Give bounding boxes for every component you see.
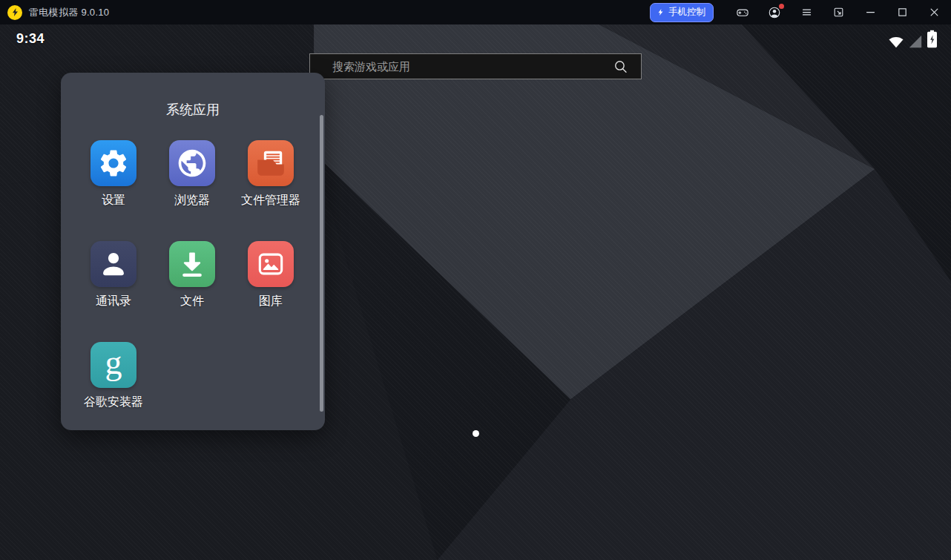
app-browser[interactable]: 浏览器 [153,140,231,241]
page-indicator-dot [473,430,479,437]
app-contacts[interactable]: 通讯录 [74,241,153,342]
app-label: 设置 [102,193,125,208]
window-title: 雷电模拟器 9.0.10 [29,6,109,19]
app-label: 图库 [259,294,283,309]
gallery-photo-icon [248,241,294,287]
phone-control-label: 手机控制 [668,6,705,19]
search-icon[interactable] [613,59,629,75]
app-gallery[interactable]: 图库 [231,241,310,342]
search-bar [309,53,642,79]
browser-globe-icon [169,140,215,186]
search-input[interactable] [310,60,613,73]
settings-gear-icon [91,140,136,186]
folder-scrollbar[interactable] [320,115,323,412]
emulator-window: 雷电模拟器 9.0.10 手机控制 [0,0,951,560]
maximize-icon[interactable] [895,5,909,20]
close-icon[interactable] [927,5,941,20]
account-icon[interactable] [767,5,782,20]
phone-control-button[interactable]: 手机控制 [650,3,714,22]
app-label: 文件管理器 [241,193,300,208]
app-files[interactable]: 文件 [153,241,231,342]
battery-charging-icon [927,30,938,48]
wifi-icon [888,34,904,48]
android-home-screen: 9:34 系统应用 [0,24,951,560]
google-g-icon: g [91,342,136,388]
app-label: 通讯录 [96,294,131,309]
status-clock: 9:34 [16,31,45,47]
titlebar-left: 雷电模拟器 9.0.10 [0,5,109,20]
titlebar-right: 手机控制 [650,3,951,22]
app-label: 浏览器 [174,193,210,208]
app-google-installer[interactable]: g 谷歌安装器 [74,342,153,443]
gamepad-icon[interactable] [735,5,750,20]
contacts-person-icon [91,241,136,287]
resize-icon[interactable] [831,5,846,20]
app-label: 谷歌安装器 [84,395,143,410]
folder-panel-system-apps: 系统应用 设置 浏览器 [61,73,325,430]
signal-icon [908,35,923,48]
minimize-icon[interactable] [863,5,878,20]
titlebar: 雷电模拟器 9.0.10 手机控制 [0,0,951,24]
download-file-icon [169,241,215,287]
ldplayer-logo-icon [7,5,22,20]
notification-dot [779,4,784,9]
status-icons [888,30,938,48]
bolt-icon [657,8,665,16]
app-file-manager[interactable]: 文件管理器 [231,140,310,241]
file-manager-icon [248,140,294,186]
app-grid: 设置 浏览器 [61,119,325,443]
app-label: 文件 [180,294,204,309]
folder-title: 系统应用 [61,73,325,119]
menu-icon[interactable] [799,5,814,20]
app-settings[interactable]: 设置 [74,140,153,241]
